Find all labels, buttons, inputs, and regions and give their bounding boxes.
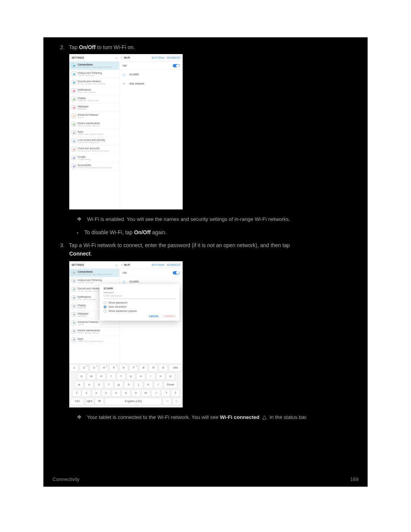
sidebar-item[interactable]: ◉Hotspot and TetheringHotspot, Tethering xyxy=(69,70,119,78)
key[interactable]: 1 xyxy=(70,364,79,372)
key[interactable]: f xyxy=(104,381,113,388)
key[interactable]: s xyxy=(84,381,94,388)
settings-sidebar: ◉ConnectionsWi-Fi, Bluetooth, Data usage… xyxy=(69,62,119,209)
wifi-direct-link-2[interactable]: Wi-Fi Direct xyxy=(151,264,164,266)
key[interactable]: ▷ xyxy=(172,398,182,405)
search-icon[interactable]: ⌕ xyxy=(116,56,117,59)
sidebar-item[interactable]: ◉ConnectionsWi-Fi, Bluetooth, Data usage… xyxy=(69,269,119,277)
key[interactable]: n xyxy=(131,389,140,397)
sidebar-item[interactable]: ◉AppsDefault apps, App permissions xyxy=(69,336,119,344)
key[interactable]: l xyxy=(154,381,163,388)
key[interactable]: 3# xyxy=(89,364,99,372)
key[interactable]: x xyxy=(92,389,101,397)
key[interactable]: 6^ xyxy=(119,364,128,372)
key[interactable]: Ctrl xyxy=(70,398,84,405)
key[interactable]: ⇧ xyxy=(72,389,81,397)
key[interactable]: k xyxy=(144,381,153,388)
key[interactable]: 7& xyxy=(129,364,138,372)
key[interactable]: v xyxy=(112,389,121,397)
wifi-panel-title-2: WI-FI xyxy=(124,264,130,266)
sidebar-item[interactable]: ◉AppsDefault apps, App permissions xyxy=(69,129,119,137)
sidebar-item[interactable]: ◉Sounds and vibrationSounds, Vibration, … xyxy=(69,78,119,87)
sidebar-item[interactable]: ◉NotificationsBlock, allow, prioritize xyxy=(69,87,119,95)
key[interactable]: !@# xyxy=(85,398,94,405)
sidebar-item[interactable]: ◉Lock screen and securityLock screen, Fi… xyxy=(69,137,119,145)
key[interactable]: Del xyxy=(169,364,182,372)
auto-reconnect-option[interactable]: Auto reconnect xyxy=(104,305,176,308)
key[interactable]: m xyxy=(141,389,150,397)
key[interactable]: t xyxy=(116,372,126,380)
wifi-toggle-row[interactable]: ON xyxy=(119,62,183,70)
wifi-switch-on-2[interactable] xyxy=(173,271,180,275)
add-network-row[interactable]: ＋ Add network xyxy=(119,79,183,88)
sidebar-item[interactable]: ◉Device maintenanceBattery, Storage, Mem… xyxy=(69,120,119,129)
key[interactable]: w xyxy=(87,372,96,380)
key[interactable]: 5% xyxy=(109,364,118,372)
show-password-option[interactable]: Show password xyxy=(104,301,176,304)
key[interactable]: ◁ xyxy=(162,398,172,405)
key[interactable]: g xyxy=(114,381,123,388)
footer-section: Connectivity xyxy=(53,476,80,482)
sidebar-item[interactable]: ◉GoogleGoogle settings xyxy=(69,154,119,162)
screenshot-wifi-connect-dialog: SETTINGS ⌕ < WI-FI Wi-Fi Direct ADVANCED… xyxy=(69,261,183,407)
footer-page-number: 169 xyxy=(350,476,358,482)
key[interactable]: 0) xyxy=(159,364,168,372)
key[interactable]: h xyxy=(124,381,133,388)
key[interactable]: Done xyxy=(164,381,177,388)
key[interactable]: 4$ xyxy=(99,364,108,372)
key[interactable]: . ? xyxy=(161,389,170,397)
key[interactable]: b xyxy=(121,389,131,397)
search-icon-2[interactable]: ⌕ xyxy=(116,264,117,266)
key[interactable]: i xyxy=(146,372,155,380)
radio-unchecked-icon xyxy=(104,301,107,304)
key[interactable]: o xyxy=(156,372,165,380)
sidebar-item[interactable]: ◉Advanced featuresGames xyxy=(69,112,119,120)
manual-page: 2. Tap On/Off to turn Wi-Fi on. SETTINGS… xyxy=(43,37,368,487)
screenshot-settings-wifi-on: SETTINGS ⌕ < WI-FI Wi-Fi Direct ADVANCED… xyxy=(69,54,183,209)
password-input[interactable]: Enter password xyxy=(104,294,176,299)
advanced-link[interactable]: ADVANCED xyxy=(167,56,180,59)
key[interactable]: z xyxy=(82,389,91,397)
key[interactable]: a xyxy=(75,381,84,388)
keyboard: 12@3#4$5%6^7&8*9(0)Delqwertyuiopasdfghjk… xyxy=(69,363,183,407)
key[interactable]: 2@ xyxy=(80,364,89,372)
key[interactable]: e xyxy=(97,372,106,380)
step-2-bold: On/Off xyxy=(79,44,96,50)
wifi-panel: ON ⧋ SCARR ＋ Add network xyxy=(119,62,183,209)
key[interactable]: q xyxy=(77,372,86,380)
key[interactable]: j xyxy=(134,381,143,388)
key[interactable]: ⇧ xyxy=(171,389,180,397)
wifi-toggle-row-2[interactable]: ON xyxy=(119,269,183,277)
sidebar-item[interactable]: ◉DisplayBrightness, Home screen xyxy=(69,95,119,104)
sidebar-item[interactable]: ◉Device maintenanceBattery, Storage, Mem… xyxy=(69,328,119,336)
back-icon-2[interactable]: < xyxy=(121,264,123,266)
connect-button[interactable]: CONNECT xyxy=(164,315,176,318)
key[interactable]: , ! xyxy=(151,389,160,397)
key[interactable]: r xyxy=(107,372,116,380)
advanced-link-2[interactable]: ADVANCED xyxy=(167,264,180,266)
radio-unchecked-icon-2 xyxy=(104,310,107,313)
key[interactable]: u xyxy=(136,372,145,380)
wifi-direct-link[interactable]: Wi-Fi Direct xyxy=(151,56,164,59)
key[interactable]: 9( xyxy=(149,364,158,372)
wifi-network-row[interactable]: ⧋ SCARR xyxy=(119,70,183,79)
sidebar-item[interactable]: ◉Cloud and accountsSamsung Cloud, Backup… xyxy=(69,145,119,154)
cancel-button[interactable]: CANCEL xyxy=(149,315,159,318)
radio-checked-icon xyxy=(104,305,107,308)
key[interactable]: p xyxy=(166,372,175,380)
wifi-panel-title: WI-FI xyxy=(124,56,130,59)
key[interactable]: y xyxy=(126,372,135,380)
step-2-text-a: Tap xyxy=(69,44,79,50)
sidebar-item[interactable]: ◉ConnectionsWi-Fi, Bluetooth, Data usage… xyxy=(69,62,119,70)
back-icon[interactable]: < xyxy=(121,56,123,59)
show-advanced-option[interactable]: Show advanced options xyxy=(104,310,176,313)
key[interactable]: d xyxy=(94,381,104,388)
sidebar-item[interactable]: ◉AccessibilityVision, Hearing, Dexterity… xyxy=(69,162,119,171)
key[interactable]: c xyxy=(102,389,111,397)
key[interactable]: 8* xyxy=(139,364,148,372)
sidebar-item[interactable]: ◉WallpaperWallpaper xyxy=(69,104,119,112)
key[interactable]: ⚙ xyxy=(95,398,104,405)
spacebar[interactable]: English (US) xyxy=(105,398,162,405)
wifi-switch-on[interactable] xyxy=(173,64,180,67)
info-wifi-connected: Your tablet is connected to the Wi-Fi ne… xyxy=(77,414,358,421)
